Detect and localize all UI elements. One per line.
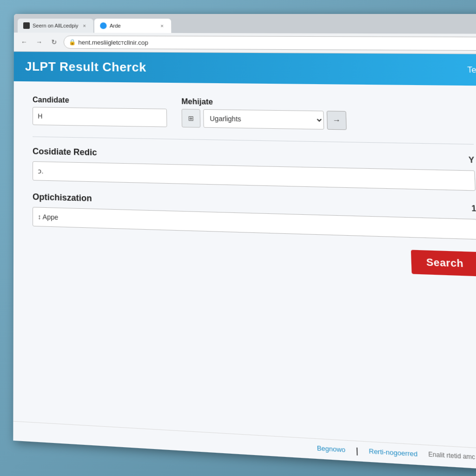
- tab1-label: Seern on AllLcedpiy: [33, 23, 78, 28]
- mehijate-select[interactable]: Ugarlights: [203, 109, 324, 130]
- back-button[interactable]: ←: [19, 36, 30, 47]
- main-content: Candidate Mehijate ⊞ Ugarlights →: [13, 81, 476, 450]
- footer-note: Enalit rtetid amc ww: [428, 450, 476, 463]
- page-header: JLPT Result Cherck Ter: [14, 52, 476, 86]
- tab1-close[interactable]: ×: [81, 22, 87, 29]
- tab-bar: Seern on AllLcedpiy × Arde ×: [14, 14, 476, 34]
- footer-link-2[interactable]: Rerti-nogoerred: [369, 447, 418, 460]
- mehijate-label: Mehijate: [181, 97, 346, 108]
- cosidate-label: Cosidiate Redic: [33, 146, 97, 158]
- tab2-close[interactable]: ×: [159, 22, 165, 29]
- candidate-input[interactable]: [33, 107, 167, 127]
- arrow-icon: →: [332, 116, 341, 125]
- optimization-badge: 1: [471, 204, 476, 213]
- reload-button[interactable]: ↻: [48, 36, 60, 47]
- tab-1[interactable]: Seern on AllLcedpiy ×: [18, 19, 93, 33]
- footer-separator: |: [356, 446, 358, 456]
- page-title: JLPT Result Cherck: [25, 60, 146, 75]
- candidate-group: Candidate: [33, 96, 167, 127]
- optimization-label: Optichiszation: [33, 192, 92, 204]
- tab2-favicon: [100, 22, 106, 29]
- arrow-button[interactable]: →: [327, 111, 347, 130]
- divider-1: [33, 137, 474, 145]
- browser-window: Seern on AllLcedpiy × Arde × ← → ↻ 🔒 hen…: [13, 14, 476, 470]
- lock-icon: 🔒: [69, 39, 75, 46]
- mehijate-icon-button[interactable]: ⊞: [182, 109, 201, 127]
- url-bar[interactable]: 🔒 hent.mesliigletстcllnir.cop: [64, 35, 476, 51]
- cosidate-section: Cosidiate Redic Y: [33, 146, 476, 191]
- mehijate-row: ⊞ Ugarlights →: [182, 109, 347, 130]
- footer-link-1[interactable]: Begnowo: [317, 444, 345, 456]
- grid-icon: ⊞: [188, 114, 194, 122]
- tab1-favicon: [23, 22, 30, 29]
- url-text: hent.mesliigletстcllnir.cop: [78, 39, 148, 46]
- tab2-label: Arde: [110, 23, 156, 28]
- candidate-label: Candidate: [33, 96, 167, 106]
- bottom-row: Search: [33, 238, 476, 277]
- cosidate-badge: Y: [469, 155, 475, 165]
- header-right-label: Ter: [467, 66, 476, 75]
- forward-button[interactable]: →: [33, 36, 45, 47]
- cosidate-input[interactable]: [33, 161, 476, 191]
- address-bar: ← → ↻ 🔒 hent.mesliigletстcllnir.cop: [14, 33, 476, 54]
- form-row-1: Candidate Mehijate ⊞ Ugarlights →: [33, 96, 473, 132]
- optimization-section: Optichiszation 1: [33, 192, 476, 239]
- monitor-wrapper: Seern on AllLcedpiy × Arde × ← → ↻ 🔒 hen…: [0, 0, 476, 476]
- search-button[interactable]: Search: [411, 250, 476, 276]
- mehijate-group: Mehijate ⊞ Ugarlights →: [181, 97, 347, 130]
- tab-2[interactable]: Arde ×: [94, 19, 172, 33]
